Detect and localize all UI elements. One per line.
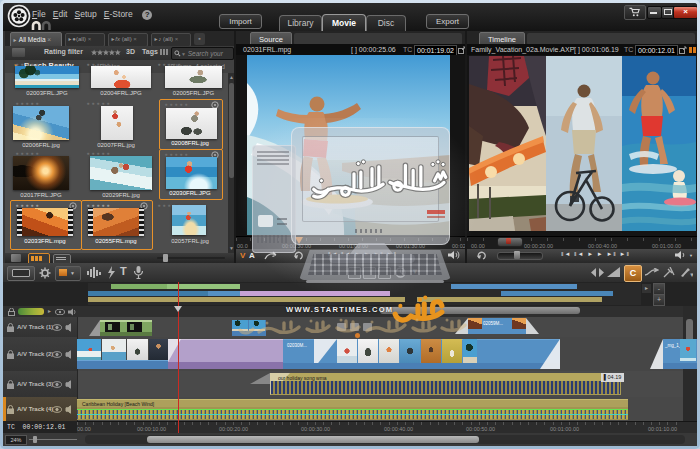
svg-text:▼: ▼: [689, 272, 693, 278]
